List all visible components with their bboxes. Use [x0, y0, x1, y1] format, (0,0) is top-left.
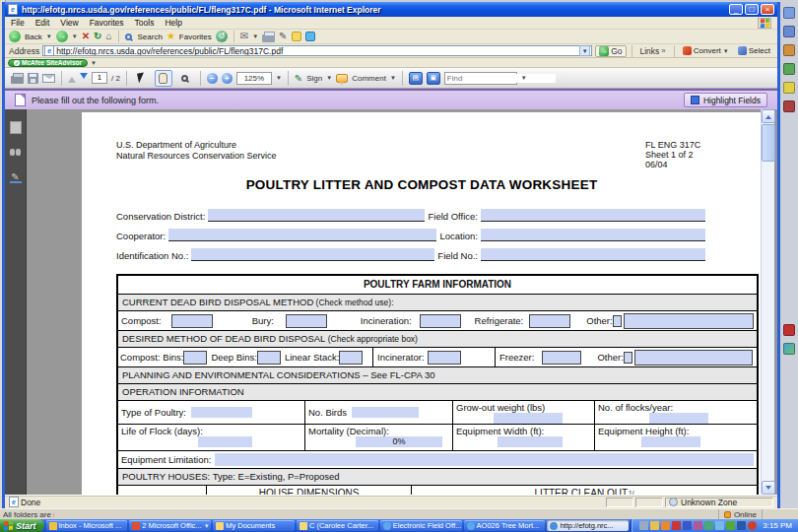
address-input[interactable]	[56, 46, 577, 55]
menu-tools[interactable]: Tools	[135, 18, 155, 28]
desktop-icon[interactable]	[783, 324, 795, 336]
back-dropdown-icon[interactable]: ▼	[46, 33, 52, 39]
linear-stack-field[interactable]	[339, 351, 363, 365]
tray-icon[interactable]	[650, 521, 659, 530]
field-office-field[interactable]	[481, 209, 705, 222]
panel-button[interactable]: ▤	[409, 72, 423, 85]
close-button[interactable]: ×	[761, 4, 774, 15]
signatures-icon[interactable]: ✎	[10, 170, 22, 183]
restore-button[interactable]: □	[745, 4, 759, 15]
comment-bubble-icon[interactable]	[336, 74, 348, 83]
sign-label[interactable]: Sign	[306, 74, 322, 83]
vertical-scrollbar[interactable]	[761, 109, 774, 495]
desktop-icon[interactable]	[783, 82, 795, 94]
life-of-flock-field[interactable]	[198, 436, 252, 447]
other-field[interactable]	[624, 313, 754, 329]
pdf-save-icon[interactable]	[28, 73, 38, 84]
mail-icon[interactable]: ✉	[240, 31, 248, 42]
task-button-outlook[interactable]: Inbox - Microsoft ...	[46, 520, 128, 531]
zoom-in-icon[interactable]: +	[222, 73, 233, 84]
comment-label[interactable]: Comment	[352, 74, 386, 83]
task-button-active-pdf[interactable]: http://efotg.nrc...	[547, 520, 629, 531]
zoom-dropdown-icon[interactable]: ▼	[276, 75, 282, 81]
grow-out-weight-field[interactable]	[494, 413, 563, 424]
task-button-ie-2[interactable]: AO026 Tree Mort...	[464, 520, 546, 531]
location-field[interactable]	[481, 229, 705, 241]
tray-icon[interactable]	[694, 521, 702, 530]
identification-no-field[interactable]	[191, 248, 434, 261]
mail-dropdown-icon[interactable]: ▼	[252, 33, 258, 39]
sign-dropdown-icon[interactable]: ▼	[326, 75, 332, 81]
scrollbar-thumb[interactable]	[762, 124, 775, 162]
other-checkbox[interactable]	[613, 315, 622, 327]
bury-field[interactable]	[286, 314, 327, 328]
flocks-per-year-field[interactable]	[649, 413, 708, 424]
tray-icon[interactable]	[639, 521, 648, 530]
desktop-icon[interactable]	[783, 63, 795, 75]
incinerator-field[interactable]	[428, 351, 461, 365]
panel-button[interactable]: ▣	[427, 72, 440, 85]
previous-page-icon[interactable]	[68, 73, 76, 83]
tray-icon[interactable]	[661, 521, 670, 530]
mortality-field[interactable]: 0%	[356, 436, 442, 447]
next-page-icon[interactable]	[80, 73, 88, 83]
start-button[interactable]: Start	[0, 519, 44, 532]
desktop-icon[interactable]	[783, 343, 795, 355]
discuss-icon[interactable]	[292, 32, 301, 41]
tray-icon[interactable]	[726, 521, 735, 530]
forward-icon[interactable]: →	[56, 31, 68, 42]
other2-checkbox[interactable]	[624, 352, 632, 364]
messenger-icon[interactable]	[305, 32, 315, 41]
tray-icon[interactable]	[672, 521, 681, 530]
address-dropdown-icon[interactable]: ▼	[579, 45, 590, 56]
task-button-folder[interactable]: C (Carolee Carter...	[297, 520, 378, 531]
compost-bins-field[interactable]	[183, 351, 207, 365]
search-icon[interactable]	[125, 33, 132, 40]
history-icon[interactable]: ↺	[216, 31, 228, 42]
tray-icon[interactable]	[683, 521, 692, 530]
scroll-down-button[interactable]	[762, 481, 775, 495]
task-button-ie-1[interactable]: Electronic Field Off...	[380, 520, 462, 531]
print-icon[interactable]	[262, 34, 275, 42]
equipment-height-field[interactable]	[641, 436, 700, 447]
desktop-icon[interactable]	[783, 7, 795, 19]
comment-dropdown-icon[interactable]: ▼	[390, 75, 396, 81]
minimize-button[interactable]: _	[729, 4, 743, 15]
cooperator-field[interactable]	[168, 229, 436, 241]
menu-view[interactable]: View	[60, 18, 78, 28]
find-input[interactable]	[447, 74, 556, 83]
page-number-input[interactable]	[93, 73, 106, 82]
equipment-limitation-field[interactable]	[215, 453, 754, 466]
zoom-level-field[interactable]: 125%	[236, 72, 272, 85]
field-no-field[interactable]	[481, 248, 705, 261]
no-birds-field[interactable]	[352, 407, 419, 418]
go-button[interactable]: → Go	[595, 45, 626, 57]
refresh-icon[interactable]: ↻	[94, 31, 101, 42]
menu-help[interactable]: Help	[165, 18, 181, 28]
convert-button[interactable]: Convert ▼	[680, 45, 732, 57]
stop-icon[interactable]: ✕	[82, 31, 90, 42]
marquee-zoom-button[interactable]	[176, 70, 194, 87]
sign-pen-icon[interactable]: ✎	[295, 73, 302, 84]
tray-icon[interactable]	[704, 521, 713, 530]
edit-icon[interactable]: ✎	[279, 31, 287, 42]
deep-bins-field[interactable]	[257, 351, 281, 365]
tray-icon[interactable]	[748, 521, 757, 530]
siteadvisor-button[interactable]: ✓ McAfee SiteAdvisor	[8, 59, 88, 67]
incineration-field[interactable]	[420, 314, 461, 328]
desktop-icon[interactable]	[783, 26, 795, 37]
other2-field[interactable]	[634, 350, 753, 366]
bookmarks-icon[interactable]	[10, 146, 22, 159]
favorites-label[interactable]: Favorites	[179, 33, 212, 41]
compost-field[interactable]	[171, 314, 213, 328]
back-icon[interactable]: ←	[9, 31, 21, 42]
menu-file[interactable]: File	[11, 18, 25, 28]
home-icon[interactable]: ⌂	[105, 31, 111, 42]
page-thumbnails-icon[interactable]	[10, 121, 22, 134]
links-button[interactable]: Links »	[637, 46, 669, 56]
task-button-my-documents[interactable]: My Documents	[213, 520, 295, 531]
pdf-print-icon[interactable]	[11, 76, 24, 84]
menu-favorites[interactable]: Favorites	[90, 18, 124, 28]
back-label[interactable]: Back	[25, 33, 42, 41]
tray-icon[interactable]	[737, 521, 746, 530]
